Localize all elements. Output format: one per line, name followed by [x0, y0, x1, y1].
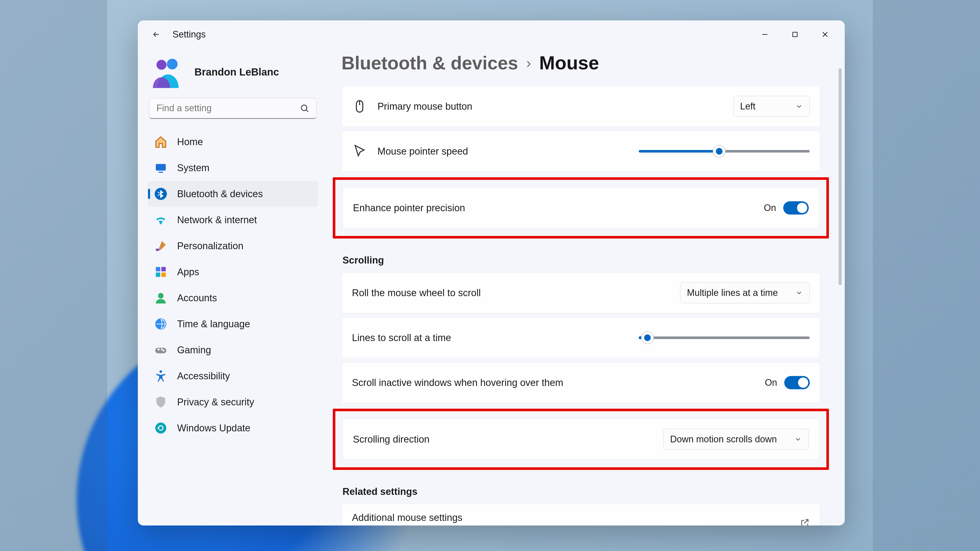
svg-rect-4: [156, 164, 166, 171]
dropdown-value: Multiple lines at a time: [687, 287, 778, 298]
scroll-direction-dropdown[interactable]: Down motion scrolls down: [663, 429, 809, 450]
settings-window: Settings: [138, 21, 845, 526]
breadcrumb: Bluetooth & devices › Mouse: [342, 52, 835, 74]
gamepad-icon: [154, 343, 167, 357]
nav-label: Bluetooth & devices: [177, 189, 263, 200]
profile-name: Brandon LeBlanc: [194, 66, 279, 78]
nav-privacy[interactable]: Privacy & security: [148, 389, 318, 415]
letterbox-left: [0, 0, 107, 551]
nav-label: System: [177, 162, 210, 173]
setting-label: Roll the mouse wheel to scroll: [352, 287, 481, 299]
caption-buttons: [750, 24, 840, 44]
roll-wheel-dropdown[interactable]: Multiple lines at a time: [680, 283, 810, 303]
chevron-right-icon: ›: [526, 55, 531, 71]
section-scrolling: Scrolling: [342, 255, 820, 266]
nav-label: Accounts: [177, 292, 217, 303]
nav-network[interactable]: Network & internet: [148, 207, 318, 233]
titlebar: Settings: [138, 21, 845, 48]
scrollbar[interactable]: [838, 68, 842, 285]
search-input[interactable]: [149, 98, 317, 119]
highlight-scroll-direction: Scrolling direction Down motion scrolls …: [333, 409, 829, 470]
nav-label: Gaming: [177, 345, 211, 356]
toggle-state: On: [764, 203, 776, 213]
lines-scroll-slider[interactable]: [639, 334, 810, 341]
avatar: [150, 54, 186, 90]
nav-bluetooth[interactable]: Bluetooth & devices: [148, 181, 318, 206]
nav-home[interactable]: Home: [148, 129, 318, 155]
person-icon: [154, 291, 167, 305]
sidebar: Brandon LeBlanc Home System Bluetooth & …: [138, 48, 324, 526]
setting-pointer-speed: Mouse pointer speed: [342, 131, 820, 171]
people-icon: [150, 54, 186, 90]
nav-system[interactable]: System: [148, 155, 318, 181]
section-related: Related settings: [342, 486, 820, 497]
svg-rect-0: [793, 32, 797, 37]
dropdown-value: Down motion scrolls down: [670, 434, 777, 445]
setting-label: Mouse pointer speed: [377, 146, 468, 157]
close-button[interactable]: [810, 24, 840, 44]
chevron-down-icon: [795, 289, 803, 297]
svg-point-18: [155, 422, 166, 433]
svg-rect-9: [161, 267, 165, 272]
open-external-icon: [800, 518, 810, 526]
pointer-speed-slider[interactable]: [639, 148, 810, 155]
brush-icon: [154, 239, 167, 252]
setting-label: Additional mouse settings: [352, 512, 463, 523]
nav-label: Network & internet: [177, 214, 257, 225]
nav: Home System Bluetooth & devices Network …: [148, 129, 318, 441]
breadcrumb-parent[interactable]: Bluetooth & devices: [342, 52, 518, 73]
setting-label: Scroll inactive windows when hovering ov…: [352, 377, 563, 388]
mouse-icon: [352, 99, 367, 114]
svg-point-17: [159, 370, 162, 373]
system-icon: [154, 161, 167, 175]
toggle-switch-icon: [784, 376, 810, 389]
setting-lines-scroll: Lines to scroll at a time: [342, 318, 820, 358]
nav-label: Home: [177, 137, 203, 148]
setting-enhance-precision: Enhance pointer precision On: [342, 187, 819, 228]
enhance-precision-toggle[interactable]: On: [764, 201, 809, 214]
nav-accounts[interactable]: Accounts: [148, 285, 318, 311]
setting-additional[interactable]: Additional mouse settings Pointer icons …: [342, 504, 820, 526]
update-icon: [154, 421, 167, 435]
setting-scroll-inactive: Scroll inactive windows when hovering ov…: [342, 362, 820, 403]
svg-rect-14: [155, 348, 166, 353]
search-field[interactable]: [149, 98, 317, 119]
nav-label: Accessibility: [177, 371, 230, 382]
chevron-down-icon: [795, 103, 803, 110]
minimize-button[interactable]: [750, 24, 780, 44]
nav-apps[interactable]: Apps: [148, 259, 318, 285]
nav-accessibility[interactable]: Accessibility: [148, 363, 318, 389]
nav-gaming[interactable]: Gaming: [148, 337, 318, 363]
back-button[interactable]: [149, 27, 163, 41]
svg-point-2: [167, 59, 178, 69]
breadcrumb-current: Mouse: [539, 52, 599, 74]
maximize-icon: [791, 30, 799, 38]
svg-rect-7: [156, 249, 159, 251]
setting-label: Scrolling direction: [353, 434, 430, 445]
setting-scroll-direction: Scrolling direction Down motion scrolls …: [342, 419, 819, 460]
svg-point-1: [156, 60, 166, 70]
highlight-enhance-precision: Enhance pointer precision On: [333, 177, 829, 238]
accessibility-icon: [154, 369, 167, 383]
settings-list: Primary mouse button Left Mouse pointer …: [342, 86, 835, 526]
maximize-button[interactable]: [780, 24, 810, 44]
setting-label: Primary mouse button: [377, 101, 473, 112]
bluetooth-icon: [154, 187, 167, 200]
chevron-down-icon: [794, 435, 802, 443]
svg-point-12: [158, 293, 164, 299]
nav-label: Privacy & security: [177, 397, 254, 408]
svg-rect-10: [156, 272, 160, 277]
setting-sublabel: Pointer icons and visibility: [352, 524, 463, 526]
toggle-state: On: [765, 377, 777, 388]
svg-rect-8: [156, 267, 160, 272]
nav-time[interactable]: Time & language: [148, 311, 318, 337]
svg-point-15: [162, 350, 164, 351]
letterbox-right: [873, 0, 980, 551]
profile-block[interactable]: Brandon LeBlanc: [148, 52, 318, 98]
clock-globe-icon: [154, 318, 167, 330]
scroll-inactive-toggle[interactable]: On: [765, 376, 810, 389]
nav-update[interactable]: Windows Update: [148, 415, 318, 441]
nav-personalization[interactable]: Personalization: [148, 233, 318, 259]
primary-button-dropdown[interactable]: Left: [733, 96, 810, 117]
content: Bluetooth & devices › Mouse Primary mous…: [324, 48, 845, 526]
